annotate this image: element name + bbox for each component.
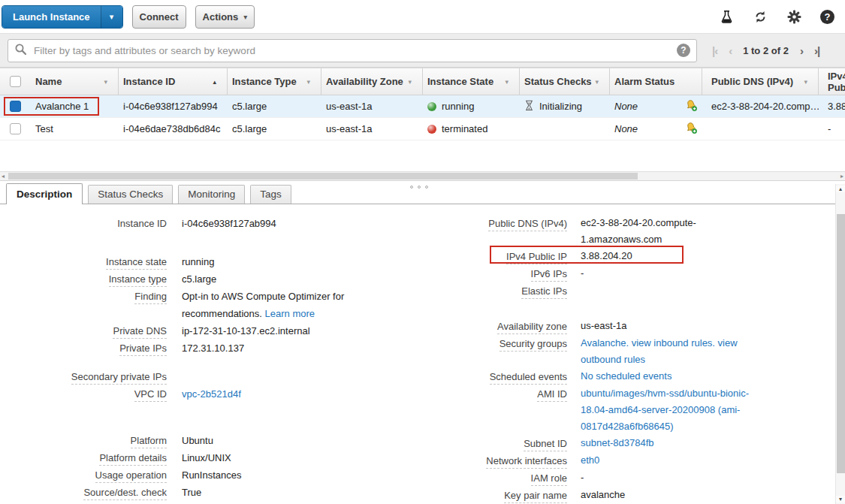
- vertical-scrollbar[interactable]: ▴ ▾: [835, 184, 845, 504]
- toolbar-icons: ?: [719, 9, 834, 24]
- cell-status-checks: Initializing: [520, 100, 610, 113]
- field-value: ip-172-31-10-137.ec2.internal: [182, 322, 361, 340]
- launch-instance-label[interactable]: Launch Instance: [2, 6, 101, 28]
- horizontal-scrollbar-thumb[interactable]: [8, 173, 638, 180]
- field-label: Instance type: [0, 270, 167, 288]
- detail-row: Platform details Linux/UNIX: [0, 449, 421, 466]
- tab[interactable]: Monitoring: [178, 185, 245, 204]
- table-row[interactable]: Test i-04e6dae738db6d84c c5.large us-eas…: [0, 118, 845, 140]
- select-all-checkbox[interactable]: [10, 76, 21, 87]
- field-link[interactable]: ubuntu/images/hvm-ssd/ubuntu-bionic-18.0…: [581, 388, 749, 432]
- instance-table-body: Avalanche 1 i-04c6e938f127ab994 c5.large…: [0, 95, 845, 140]
- state-label: terminated: [442, 123, 487, 134]
- chevron-down-icon: ▾: [243, 13, 247, 21]
- help-icon[interactable]: ?: [820, 10, 834, 24]
- cell-public-dns: ec2-3-88-204-20.comp…: [702, 101, 819, 112]
- ec2-console: Launch Instance ▾ Connect Actions▾: [0, 0, 845, 504]
- connect-label: Connect: [140, 11, 179, 23]
- detail-row: Platform Ubuntu: [0, 432, 421, 449]
- column-header[interactable]: Public DNS (IPv4) ▴ ▾: [702, 68, 819, 95]
- scroll-right-icon[interactable]: ▸: [840, 172, 843, 180]
- tab-label: Monitoring: [188, 189, 235, 200]
- cell-ipv4: -: [819, 123, 845, 134]
- detail-row: IPv6 IPs -: [451, 265, 804, 282]
- create-alarm-bell-icon[interactable]: [685, 99, 698, 114]
- field-value: -: [581, 265, 761, 282]
- column-header[interactable]: Instance Type ▴ ▾: [228, 68, 321, 95]
- horizontal-scrollbar[interactable]: ◂ ▸: [0, 171, 845, 181]
- column-header-label: Instance State: [427, 76, 493, 87]
- cell-ipv4: 3.88.204.20: [819, 101, 845, 112]
- field-value: subnet-8d3784fb: [581, 435, 761, 452]
- next-page-button[interactable]: ›: [800, 44, 803, 57]
- field-value: No scheduled events: [581, 368, 761, 385]
- detail-row: Elastic IPs: [451, 282, 804, 300]
- field-link[interactable]: eth0: [581, 454, 599, 466]
- column-header[interactable]: Alarm Status ▴ ▾: [610, 68, 702, 95]
- description-panel: Instance ID i-04c6e938f127ab994 Instance…: [0, 204, 845, 504]
- field-link[interactable]: vpc-2b521d4f: [182, 388, 241, 400]
- field-label: VPC ID: [0, 385, 167, 403]
- flask-icon[interactable]: [719, 9, 734, 24]
- field-value: i-04c6e938f127ab994: [182, 215, 361, 232]
- state-dot-icon: [427, 125, 436, 134]
- first-page-button[interactable]: |‹: [712, 44, 717, 57]
- scroll-up-icon[interactable]: ▴: [836, 186, 845, 192]
- row-checkbox[interactable]: [10, 123, 21, 134]
- scroll-down-icon[interactable]: ▾: [836, 496, 845, 502]
- cell-alarm-status: None: [610, 122, 702, 137]
- field-link[interactable]: Avalanche. view inbound rules. view outb…: [581, 337, 738, 365]
- column-header[interactable]: Instance State ▴ ▾: [423, 68, 520, 95]
- detail-row: Scheduled events No scheduled events: [451, 368, 804, 385]
- table-row[interactable]: Avalanche 1 i-04c6e938f127ab994 c5.large…: [0, 95, 845, 118]
- detail-row: Finding Opt-in to AWS Compute Optimizer …: [0, 288, 421, 322]
- tab[interactable]: Tags: [250, 185, 291, 204]
- column-header[interactable]: IPv4 Public IP ▴ ▾: [819, 68, 845, 95]
- detail-row: Security groups Avalanche. view inbound …: [451, 335, 804, 368]
- row-checkbox[interactable]: [10, 101, 21, 112]
- detail-row: Subnet ID subnet-8d3784fb: [451, 435, 804, 452]
- launch-instance-caret[interactable]: ▾: [101, 6, 122, 28]
- cell-name: Test: [30, 123, 119, 134]
- vertical-scrollbar-thumb[interactable]: [837, 214, 845, 473]
- field-value: 172.31.10.137: [182, 340, 361, 357]
- field-value: ubuntu/images/hvm-ssd/ubuntu-bionic-18.0…: [581, 385, 761, 435]
- launch-instance-button[interactable]: Launch Instance ▾: [2, 5, 123, 29]
- detail-row: AMI ID ubuntu/images/hvm-ssd/ubuntu-bion…: [451, 385, 804, 435]
- sort-desc-icon: ▾: [804, 78, 807, 86]
- alarm-status-label: None: [614, 123, 638, 134]
- actions-button[interactable]: Actions▾: [195, 5, 255, 29]
- cell-instance-id: i-04c6e938f127ab994: [119, 101, 228, 112]
- field-link[interactable]: subnet-8d3784fb: [581, 437, 654, 448]
- column-header[interactable]: Instance ID ▴ ▾: [119, 68, 228, 95]
- create-alarm-bell-icon[interactable]: [685, 122, 698, 137]
- tab-label: Status Checks: [98, 189, 163, 200]
- field-value: us-east-1a: [581, 318, 761, 335]
- search-input[interactable]: Filter by tags and attributes or search …: [8, 39, 697, 62]
- column-header[interactable]: Name ▴ ▾: [30, 68, 119, 95]
- tab[interactable]: Description: [6, 183, 83, 204]
- field-value: -: [581, 469, 761, 487]
- search-help-icon[interactable]: ?: [677, 44, 690, 57]
- prev-page-button[interactable]: ‹: [729, 44, 732, 57]
- gear-icon[interactable]: [786, 9, 801, 24]
- field-link[interactable]: No scheduled events: [581, 370, 671, 382]
- field-label: Scheduled events: [451, 368, 567, 385]
- column-header[interactable]: Status Checks ▴ ▾: [520, 68, 610, 95]
- last-page-button[interactable]: ›|: [814, 44, 819, 57]
- state-label: running: [442, 101, 474, 112]
- detail-row: Secondary private IPs: [0, 368, 421, 385]
- panel-resize-handle[interactable]: [410, 186, 428, 189]
- refresh-icon[interactable]: [753, 9, 768, 24]
- field-label: Platform details: [0, 449, 167, 466]
- field-label: Security groups: [451, 335, 567, 368]
- detail-row: Public DNS (IPv4) ec2-3-88-204-20.comput…: [451, 215, 804, 248]
- scroll-left-icon[interactable]: ◂: [2, 172, 5, 180]
- tab-label: Tags: [260, 189, 282, 200]
- field-link[interactable]: Learn more: [265, 308, 315, 319]
- connect-button[interactable]: Connect: [132, 5, 186, 29]
- column-header-label: Instance Type: [232, 76, 297, 87]
- column-header-label: Name: [35, 76, 62, 87]
- tab[interactable]: Status Checks: [88, 185, 173, 204]
- column-header[interactable]: Availability Zone ▴ ▾: [321, 68, 423, 95]
